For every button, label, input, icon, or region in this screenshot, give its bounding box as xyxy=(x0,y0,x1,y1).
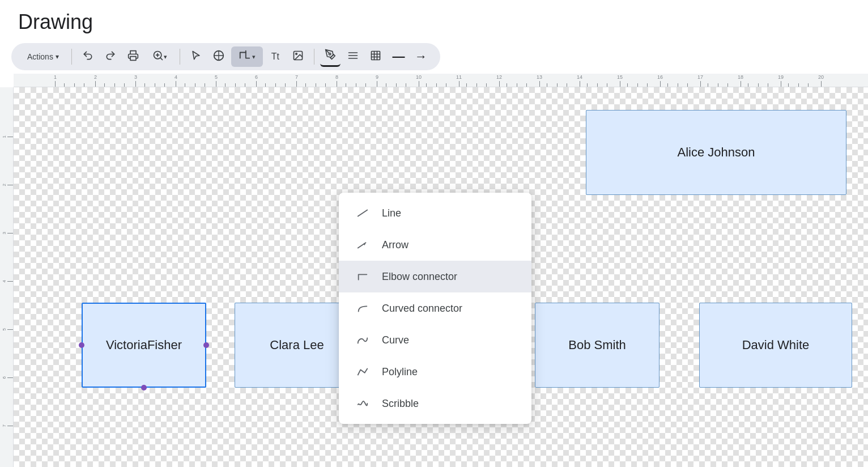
app: Drawing Actions ▾ xyxy=(0,0,868,467)
undo-button[interactable] xyxy=(78,46,98,67)
dropdown-item-curved-connector[interactable]: Curved connector xyxy=(339,292,531,324)
selection-handle-1[interactable] xyxy=(203,342,209,348)
text-icon: Tt xyxy=(271,52,279,62)
dropdown-item-label-curve: Curve xyxy=(382,334,409,346)
line-style2-button[interactable]: → xyxy=(411,46,431,67)
node-label-line: Victoria xyxy=(106,338,147,353)
align-button[interactable] xyxy=(343,46,363,67)
selection-handle-2[interactable] xyxy=(141,385,147,390)
toolbar-divider-2 xyxy=(180,49,180,65)
select-icon xyxy=(190,50,202,64)
ruler-left: 1234567 xyxy=(0,87,14,467)
image-icon xyxy=(292,50,304,64)
line-style1-button[interactable]: — xyxy=(388,46,409,67)
align-icon xyxy=(347,50,359,64)
dropdown-item-elbow[interactable]: Elbow connector xyxy=(339,261,531,292)
zoom-icon xyxy=(152,50,164,64)
curve-icon xyxy=(355,332,371,348)
shape-icon xyxy=(212,49,225,65)
select-button[interactable] xyxy=(186,46,206,67)
svg-rect-0 xyxy=(130,56,136,60)
print-icon xyxy=(127,50,139,64)
elbow-icon xyxy=(355,269,371,285)
dropdown-item-label-elbow: Elbow connector xyxy=(382,271,457,283)
dropdown-item-curve[interactable]: Curve xyxy=(339,324,531,356)
zoom-button[interactable]: ▾ xyxy=(146,46,174,67)
page-title: Drawing xyxy=(0,0,868,40)
print-button[interactable] xyxy=(123,46,143,67)
dropdown-item-scribble[interactable]: Scribble xyxy=(339,388,531,419)
toolbar-wrapper: Actions ▾ xyxy=(0,40,868,74)
pen-button[interactable] xyxy=(320,46,341,67)
node-label-line: Fisher xyxy=(147,338,182,353)
actions-chevron: ▾ xyxy=(56,53,59,61)
dropdown-item-label-polyline: Polyline xyxy=(382,366,418,378)
connector-button[interactable]: ▾ xyxy=(231,46,263,67)
table-button[interactable] xyxy=(365,46,386,67)
svg-point-8 xyxy=(329,53,330,55)
diagram-node-david[interactable]: David White xyxy=(699,303,852,388)
line-style2-icon: → xyxy=(415,49,427,64)
diagram-node-victoria[interactable]: VictoriaFisher xyxy=(82,303,206,388)
scribble-icon xyxy=(355,396,371,411)
dropdown-item-label-line: Line xyxy=(382,207,401,219)
ruler-top: 1234567891011121314151617181920 xyxy=(14,74,868,87)
diagram-node-bob[interactable]: Bob Smith xyxy=(535,303,659,388)
svg-line-24 xyxy=(358,210,368,216)
undo-icon xyxy=(82,50,93,64)
redo-button[interactable] xyxy=(100,46,121,67)
svg-rect-12 xyxy=(371,51,380,60)
arrow-icon xyxy=(355,237,371,253)
diagram-node-alice[interactable]: Alice Johnson xyxy=(586,110,846,195)
polyline-icon xyxy=(355,364,371,380)
dropdown-item-label-scribble: Scribble xyxy=(382,398,419,410)
pen-icon xyxy=(325,49,336,63)
line-style1-icon: — xyxy=(392,49,404,64)
svg-line-2 xyxy=(160,57,163,60)
dropdown-item-arrow[interactable]: Arrow xyxy=(339,229,531,261)
connector-dropdown: LineArrowElbow connectorCurved connector… xyxy=(339,193,531,424)
connector-icon xyxy=(239,49,251,65)
toolbar: Actions ▾ xyxy=(11,43,440,70)
actions-label: Actions xyxy=(27,52,53,61)
connector-dropdown-chevron: ▾ xyxy=(252,53,256,61)
canvas-area[interactable]: 1234567891011121314151617181920 1234567 xyxy=(0,74,868,467)
connections-svg xyxy=(27,101,197,186)
zoom-chevron: ▾ xyxy=(164,53,167,61)
toolbar-divider-3 xyxy=(314,49,314,65)
dropdown-item-label-curved-connector: Curved connector xyxy=(382,303,462,315)
image-button[interactable] xyxy=(288,46,308,67)
selection-handle-0[interactable] xyxy=(79,342,84,348)
shape-button[interactable] xyxy=(209,46,229,67)
redo-icon xyxy=(105,50,116,64)
dropdown-item-polyline[interactable]: Polyline xyxy=(339,356,531,388)
actions-button[interactable]: Actions ▾ xyxy=(20,49,66,65)
toolbar-divider-1 xyxy=(71,49,72,65)
text-button[interactable]: Tt xyxy=(265,46,286,67)
svg-point-7 xyxy=(296,53,297,54)
line-icon xyxy=(355,205,371,221)
table-icon xyxy=(370,50,381,64)
dropdown-item-line[interactable]: Line xyxy=(339,197,531,229)
dropdown-item-label-arrow: Arrow xyxy=(382,239,409,251)
curved-connector-icon xyxy=(355,300,371,316)
